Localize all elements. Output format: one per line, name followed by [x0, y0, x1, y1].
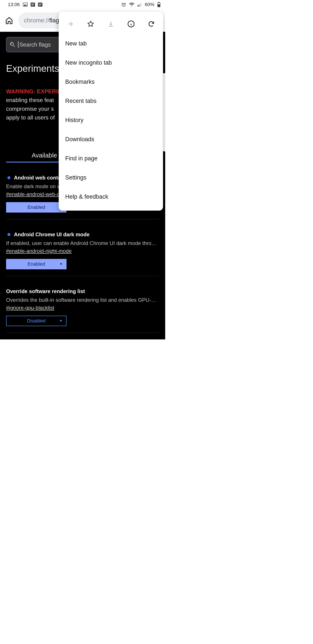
search-placeholder: Search flags — [18, 41, 51, 48]
news-icon — [31, 2, 35, 6]
battery-icon — [157, 2, 160, 7]
svg-marker-1 — [24, 4, 27, 6]
svg-rect-7 — [39, 4, 42, 4]
flag-state-select[interactable]: Disabled▼ — [6, 316, 66, 326]
chevron-down-icon: ▼ — [59, 262, 63, 266]
changed-dot-icon — [7, 176, 10, 179]
svg-rect-5 — [31, 5, 33, 6]
scrollbar-thumb[interactable] — [163, 73, 165, 152]
menu-item-new-incognito-tab[interactable]: New incognito tab — [59, 53, 163, 72]
menu-item-bookmarks[interactable]: Bookmarks — [59, 72, 163, 92]
menu-item-recent-tabs[interactable]: Recent tabs — [59, 92, 163, 110]
svg-rect-9 — [39, 5, 41, 6]
reload-button[interactable] — [144, 17, 158, 31]
page-info-button[interactable] — [124, 17, 138, 31]
news-icon-2 — [38, 2, 42, 6]
flag-item: Android Chrome UI dark modeIf enabled, u… — [6, 232, 159, 276]
changed-dot-icon — [7, 233, 10, 236]
svg-rect-11 — [137, 6, 138, 6]
alarm-icon — [121, 2, 126, 7]
flag-state-select[interactable]: Enabled▼ — [6, 259, 66, 269]
url-scheme: chrome:// — [24, 17, 49, 24]
svg-rect-13 — [140, 4, 140, 6]
bookmark-star-button[interactable] — [84, 17, 98, 31]
signal-icon — [137, 2, 142, 6]
overflow-menu: New tabNew incognito tabBookmarksRecent … — [59, 12, 163, 210]
svg-rect-8 — [39, 4, 42, 5]
chevron-down-icon: ▼ — [59, 319, 63, 323]
select-value: Enabled — [28, 204, 45, 210]
search-icon — [9, 41, 16, 48]
flag-item: Override software rendering listOverride… — [6, 288, 159, 333]
select-value: Enabled — [28, 261, 45, 267]
flag-title: Android Chrome UI dark mode — [14, 232, 89, 238]
flag-hash-link[interactable]: #enable-android-night-mode — [6, 248, 72, 254]
svg-rect-4 — [31, 4, 34, 5]
flag-title: Android web conten — [14, 175, 64, 181]
status-bar: 13:06 60% — [0, 0, 165, 9]
home-button[interactable] — [3, 14, 15, 26]
select-value: Disabled — [27, 318, 46, 324]
menu-item-settings[interactable]: Settings — [59, 168, 163, 187]
menu-item-help-feedback[interactable]: Help & feedback — [59, 187, 163, 206]
status-time: 13:06 — [8, 2, 20, 8]
battery-percent: 60% — [145, 2, 154, 8]
flag-description: If enabled, user can enable Android Chro… — [6, 240, 159, 246]
menu-item-new-tab[interactable]: New tab — [59, 34, 163, 53]
picture-icon — [23, 2, 28, 6]
svg-rect-12 — [138, 5, 139, 6]
flag-hash-link[interactable]: #ignore-gpu-blacklist — [6, 305, 54, 311]
svg-rect-14 — [141, 3, 141, 6]
svg-rect-3 — [31, 4, 34, 4]
flag-description: Overrides the built-in software renderin… — [6, 297, 159, 303]
flag-state-select[interactable]: Enabled▼ — [6, 202, 66, 212]
wifi-icon — [129, 2, 134, 7]
download-button[interactable] — [104, 17, 118, 31]
svg-rect-0 — [23, 3, 27, 6]
forward-button[interactable] — [63, 17, 77, 31]
menu-item-find-in-page[interactable]: Find in page — [59, 149, 163, 168]
menu-item-downloads[interactable]: Downloads — [59, 130, 163, 149]
menu-item-history[interactable]: History — [59, 110, 163, 130]
svg-rect-17 — [158, 4, 160, 7]
svg-rect-18 — [109, 26, 113, 26]
flag-title: Override software rendering list — [6, 288, 85, 294]
